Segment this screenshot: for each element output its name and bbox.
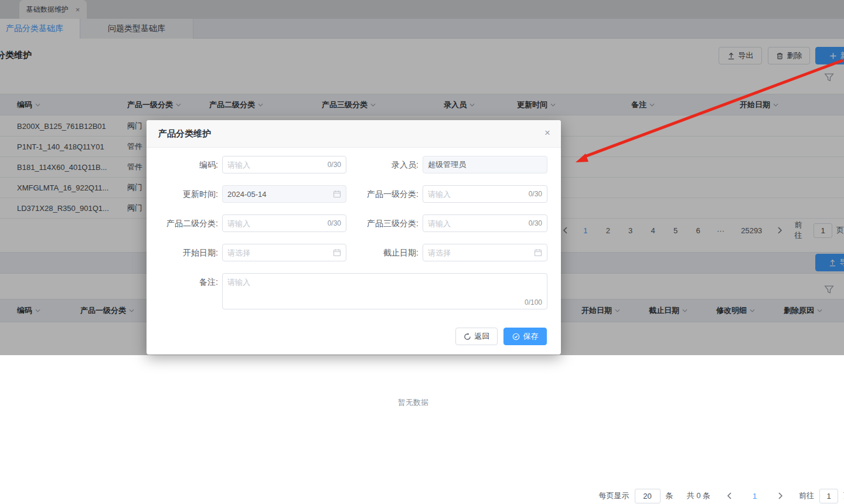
level3-input-wrap: 0/30 xyxy=(423,214,547,232)
end-date-input[interactable] xyxy=(423,248,534,257)
level2-input[interactable] xyxy=(223,219,328,228)
save-button[interactable]: 保存 xyxy=(503,328,547,345)
calendar-icon xyxy=(333,248,341,257)
code-input-wrap: 0/30 xyxy=(222,156,346,173)
page-size-input[interactable] xyxy=(635,489,661,503)
remark-textarea-wrap: 0/100 xyxy=(222,273,547,309)
field-label-end-date: 截止日期: xyxy=(346,244,423,261)
goto-label: 前往 xyxy=(799,491,814,501)
char-counter: 0/30 xyxy=(529,190,547,198)
dialog-footer: 返回 保存 xyxy=(455,328,547,345)
field-label-level2: 产品二级分类: xyxy=(152,214,222,232)
operator-input-wrap xyxy=(423,156,547,173)
char-counter: 0/100 xyxy=(525,298,542,307)
update-time-input-wrap xyxy=(222,185,346,203)
page-number[interactable]: 1 xyxy=(743,492,766,500)
level1-input-wrap: 0/30 xyxy=(423,185,547,203)
level3-input[interactable] xyxy=(423,219,529,228)
empty-state-text: 暂无数据 xyxy=(0,397,826,408)
field-label-start-date: 开始日期: xyxy=(152,244,222,261)
char-counter: 0/30 xyxy=(328,219,346,227)
calendar-icon xyxy=(534,248,542,257)
undo-icon xyxy=(464,333,471,340)
remark-textarea[interactable] xyxy=(223,274,547,296)
code-input[interactable] xyxy=(223,161,328,169)
next-page-icon[interactable] xyxy=(771,492,789,499)
field-label-code: 编码: xyxy=(152,156,222,173)
end-date-picker[interactable] xyxy=(423,244,547,261)
check-circle-icon xyxy=(512,333,520,340)
page: 基础数据维护 × 产品分类基础库 问题类型基础库 分类维护 导出 删除 新增 xyxy=(0,0,844,504)
level2-input-wrap: 0/30 xyxy=(222,214,346,232)
field-label-level3: 产品三级分类: xyxy=(346,214,423,232)
table2-pagination: 每页显示 条 共 0 条 1 前往 页 xyxy=(599,488,844,504)
close-icon[interactable]: × xyxy=(544,127,550,139)
save-label: 保存 xyxy=(523,331,539,342)
field-label-level1: 产品一级分类: xyxy=(346,185,423,203)
total-count: 共 0 条 xyxy=(687,491,710,501)
start-date-input[interactable] xyxy=(223,248,333,257)
goto-page-input[interactable] xyxy=(819,489,838,503)
field-label-remark: 备注: xyxy=(152,273,222,309)
per-page-label: 每页显示 xyxy=(599,491,629,501)
back-button[interactable]: 返回 xyxy=(455,328,498,345)
level1-input[interactable] xyxy=(423,190,529,199)
dialog-form: 编码: 0/30 录入员: 更新时间: 产品一 xyxy=(152,156,547,309)
prev-page-icon[interactable] xyxy=(720,492,738,499)
field-label-update-time: 更新时间: xyxy=(152,185,222,203)
product-category-dialog: 产品分类维护 × 编码: 0/30 录入员: 更新时间: xyxy=(147,120,561,355)
char-counter: 0/30 xyxy=(328,161,346,169)
char-counter: 0/30 xyxy=(529,219,547,227)
field-label-operator: 录入员: xyxy=(346,156,423,173)
back-label: 返回 xyxy=(475,331,490,342)
calendar-icon xyxy=(333,190,341,198)
operator-input xyxy=(423,161,547,169)
dialog-header: 产品分类维护 × xyxy=(147,120,561,148)
start-date-picker[interactable] xyxy=(222,244,346,261)
per-page-unit: 条 xyxy=(666,491,673,501)
dialog-title: 产品分类维护 xyxy=(158,128,211,139)
update-time-input xyxy=(223,190,333,199)
